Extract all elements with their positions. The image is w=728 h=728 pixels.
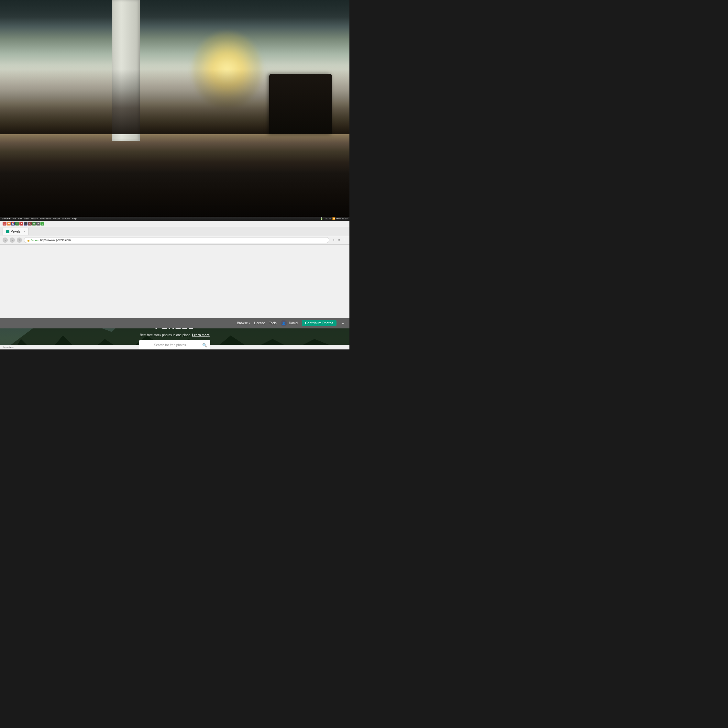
mac-topbar: Chrome File Edit View History Bookmarks … xyxy=(0,217,349,221)
ext-icon-8[interactable]: M xyxy=(32,222,36,225)
status-text: Searches xyxy=(3,346,14,349)
menu-help[interactable]: Help xyxy=(72,217,76,220)
chrome-toolbar: M ◆ 📅 ✓ ▶ ⬛ A M ✦ S xyxy=(0,221,349,227)
search-placeholder: Search for free photos... xyxy=(142,343,200,347)
pexels-nav: Browse ▾ License Tools 👤 Daniel Contribu… xyxy=(237,320,344,326)
back-button[interactable]: ‹ xyxy=(3,237,8,243)
ext-icon-4[interactable]: ✓ xyxy=(15,222,19,225)
mac-topbar-right: 🔋 100 % 📶 Wed 16:15 xyxy=(320,217,347,220)
menu-view[interactable]: View xyxy=(24,217,29,220)
extension-icons: M ◆ 📅 ✓ ▶ ⬛ A M ✦ S xyxy=(3,222,44,225)
menu-bookmarks[interactable]: Bookmarks xyxy=(40,217,51,220)
wifi-icon: 📶 xyxy=(332,217,335,220)
clock: Wed 16:15 xyxy=(336,217,348,220)
tab-favicon xyxy=(6,230,9,233)
active-tab[interactable]: Pexels × xyxy=(3,228,29,235)
mac-topbar-left: Chrome File Edit View History Bookmarks … xyxy=(2,217,77,220)
ext-icon-3[interactable]: 📅 xyxy=(11,222,15,225)
forward-button[interactable]: › xyxy=(10,237,15,243)
ext-icon-5[interactable]: ▶ xyxy=(20,222,23,225)
browser-icons: ☆ ⊕ ⋮ xyxy=(331,238,347,242)
menu-people[interactable]: People xyxy=(53,217,60,220)
user-avatar[interactable]: 👤 xyxy=(280,320,287,326)
user-name: Daniel xyxy=(289,321,298,325)
pexels-header: Browse ▾ License Tools 👤 Daniel Contribu… xyxy=(0,318,349,329)
learn-more-link[interactable]: Learn more xyxy=(192,333,210,337)
battery-percent: 100 % xyxy=(324,217,331,220)
settings-icon[interactable]: ⋮ xyxy=(342,238,347,242)
ext-icon-1[interactable]: M xyxy=(3,222,6,225)
chair xyxy=(269,74,332,134)
search-icon: 🔍 xyxy=(202,343,207,347)
extensions-icon[interactable]: ⊕ xyxy=(337,238,341,242)
menu-history[interactable]: History xyxy=(31,217,38,220)
search-bar[interactable]: Search for free photos... 🔍 xyxy=(139,340,210,349)
hero-content: PEXELS Best free stock photos in one pla… xyxy=(132,329,218,349)
refresh-button[interactable]: ↻ xyxy=(17,237,22,243)
url-text: https://www.pexels.com xyxy=(40,239,70,242)
ext-icon-6[interactable]: ⬛ xyxy=(24,222,28,225)
more-options-button[interactable]: ··· xyxy=(340,321,344,326)
address-bar[interactable]: 🔒 Secure https://www.pexels.com xyxy=(24,237,329,243)
ext-icon-9[interactable]: ✦ xyxy=(36,222,40,225)
pexels-logo: PEXELS xyxy=(155,329,194,331)
bookmark-icon[interactable]: ☆ xyxy=(331,238,336,242)
browse-link[interactable]: Browse ▾ xyxy=(237,321,250,325)
ext-icon-10[interactable]: S xyxy=(40,222,44,225)
ext-icon-2[interactable]: ◆ xyxy=(7,222,11,225)
secure-badge: 🔒 Secure xyxy=(27,239,39,242)
ext-icon-7[interactable]: A xyxy=(28,222,32,225)
tab-bar: Pexels × xyxy=(0,227,349,236)
bg-scene xyxy=(0,0,349,217)
battery-icon: 🔋 xyxy=(320,217,323,220)
tab-close-btn[interactable]: × xyxy=(24,230,25,233)
menu-window[interactable]: Window xyxy=(62,217,70,220)
chrome-app-name: Chrome xyxy=(2,217,10,220)
menu-edit[interactable]: Edit xyxy=(18,217,22,220)
menu-file[interactable]: File xyxy=(12,217,16,220)
tab-title: Pexels xyxy=(11,230,20,233)
tools-link[interactable]: Tools xyxy=(269,321,276,325)
contribute-photos-button[interactable]: Contribute Photos xyxy=(302,320,336,326)
pexels-tagline: Best free stock photos in one place. Lea… xyxy=(140,333,210,337)
address-bar-row: ‹ › ↻ 🔒 Secure https://www.pexels.com ☆ … xyxy=(0,236,349,245)
browser-window: M ◆ 📅 ✓ ▶ ⬛ A M ✦ S Pexels × ‹ › ↻ 🔒 xyxy=(0,221,349,349)
user-area: 👤 Daniel xyxy=(280,320,298,326)
license-link[interactable]: License xyxy=(254,321,265,325)
tab-area: Pexels × xyxy=(3,228,347,235)
browse-chevron: ▾ xyxy=(249,322,250,324)
